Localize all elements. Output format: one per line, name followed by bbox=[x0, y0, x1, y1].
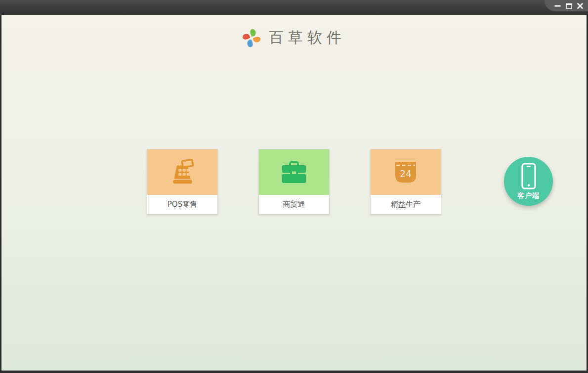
client-button[interactable]: 客户端 bbox=[504, 157, 553, 206]
product-tile bbox=[147, 149, 217, 195]
product-label: 商贸通 bbox=[259, 195, 329, 214]
close-button[interactable] bbox=[577, 2, 584, 9]
product-card-pos[interactable]: POS零售 bbox=[147, 149, 218, 214]
main-content: 百草软件 bbox=[1, 15, 587, 371]
app-window: 百草软件 bbox=[0, 0, 588, 373]
calendar-icon: 24 bbox=[394, 161, 418, 184]
pinwheel-logo-icon bbox=[242, 29, 261, 47]
product-label: 精益生产 bbox=[371, 195, 441, 214]
product-tile bbox=[259, 149, 329, 195]
cash-register-icon bbox=[169, 159, 196, 186]
briefcase-icon bbox=[282, 161, 306, 184]
product-card-production[interactable]: 24 精益生产 bbox=[370, 149, 441, 214]
client-button-label: 客户端 bbox=[517, 191, 540, 200]
maximize-button[interactable] bbox=[565, 2, 572, 9]
titlebar[interactable] bbox=[0, 0, 588, 15]
window-controls bbox=[545, 0, 588, 11]
product-label: POS零售 bbox=[147, 195, 217, 214]
brand-header: 百草软件 bbox=[1, 28, 587, 48]
maximize-icon bbox=[566, 3, 572, 9]
close-icon bbox=[577, 3, 583, 9]
app-title: 百草软件 bbox=[269, 28, 346, 48]
minimize-button[interactable] bbox=[554, 2, 561, 9]
minimize-icon bbox=[554, 2, 561, 9]
smartphone-icon bbox=[521, 163, 536, 189]
product-card-trade[interactable]: 商贸通 bbox=[258, 149, 330, 214]
calendar-day-text: 24 bbox=[400, 168, 412, 179]
product-tile: 24 bbox=[371, 149, 441, 195]
